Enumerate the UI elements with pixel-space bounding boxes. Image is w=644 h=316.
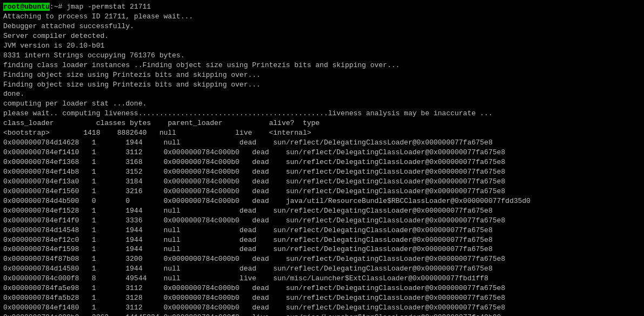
terminal-line: 0x0000000784ef14b8 1 3152 0x0000000784c0…: [3, 167, 641, 177]
terminal-line: Debugger attached successfully.: [3, 22, 641, 31]
terminal-line: 0x0000000784ef14f0 1 3336 0x0000000784c0…: [3, 216, 641, 226]
terminal-line: done.: [3, 89, 641, 99]
terminal-line: please wait.. computing liveness........…: [3, 109, 641, 119]
terminal-line: class_loader classes bytes parent_loader…: [3, 119, 641, 128]
prompt-user: root@ubuntu: [3, 3, 50, 11]
command-text: jmap -permstat 21711: [62, 3, 151, 11]
terminal-window: root@ubuntu:~# jmap -permstat 21711 Atta…: [0, 0, 644, 316]
terminal-line: Server compiler detected.: [3, 31, 641, 41]
terminal-line: 0x0000000784ef1480 1 3112 0x0000000784c0…: [3, 303, 641, 313]
prompt-path: :~#: [50, 3, 62, 11]
terminal-line: computing per loader stat ...done.: [3, 99, 641, 109]
terminal-line: 0x0000000784ef1560 1 3216 0x0000000784c0…: [3, 187, 641, 196]
terminal-line: finding class loader instances ..Finding…: [3, 61, 641, 70]
terminal-line: 8331 intern Strings occupying 761376 byt…: [3, 51, 641, 61]
terminal-line: <bootstrap> 1418 8882640 null live <inte…: [3, 128, 641, 138]
terminal-line: 0x0000000784d4b500 0 0 0x0000000784c000b…: [3, 196, 641, 206]
terminal-line: 0x0000000784ef1410 1 3112 0x0000000784c0…: [3, 148, 641, 157]
prompt-line: root@ubuntu:~# jmap -permstat 21711: [3, 2, 641, 12]
terminal-line: 0x0000000784ef12c0 1 1944 null dead sun/…: [3, 235, 641, 245]
terminal-line: Attaching to process ID 21711, please wa…: [3, 12, 641, 22]
terminal-line: 0x0000000784d14628 1 1944 null dead sun/…: [3, 138, 641, 148]
terminal-line: 0x0000000784c000b0 2362 14145024 0x00000…: [3, 313, 641, 316]
terminal-line: 0x0000000784ef1368 1 3168 0x0000000784c0…: [3, 157, 641, 167]
terminal-line: 0x0000000784ef13a0 1 3184 0x0000000784c0…: [3, 177, 641, 187]
terminal-line: 0x0000000784c000f8 8 49544 null live sun…: [3, 274, 641, 284]
terminal-line: 0x0000000784d14548 1 1944 null dead sun/…: [3, 226, 641, 235]
terminal-line: JVM version is 20.10-b01: [3, 41, 641, 51]
terminal-line: 0x0000000784ef1528 1 1944 null dead sun/…: [3, 206, 641, 216]
terminal-line: Finding object size using Printezis bits…: [3, 80, 641, 90]
terminal-line: 0x0000000784fa5e98 1 3112 0x0000000784c0…: [3, 284, 641, 293]
terminal-line: 0x0000000784fa5b28 1 3128 0x0000000784c0…: [3, 293, 641, 303]
terminal-line: Finding object size using Printezis bits…: [3, 70, 641, 80]
terminal-line: 0x0000000784d14580 1 1944 null dead sun/…: [3, 264, 641, 274]
terminal-line: 0x0000000784f87b08 1 3200 0x0000000784c0…: [3, 254, 641, 264]
terminal-line: 0x0000000784ef1598 1 1944 null dead sun/…: [3, 245, 641, 254]
